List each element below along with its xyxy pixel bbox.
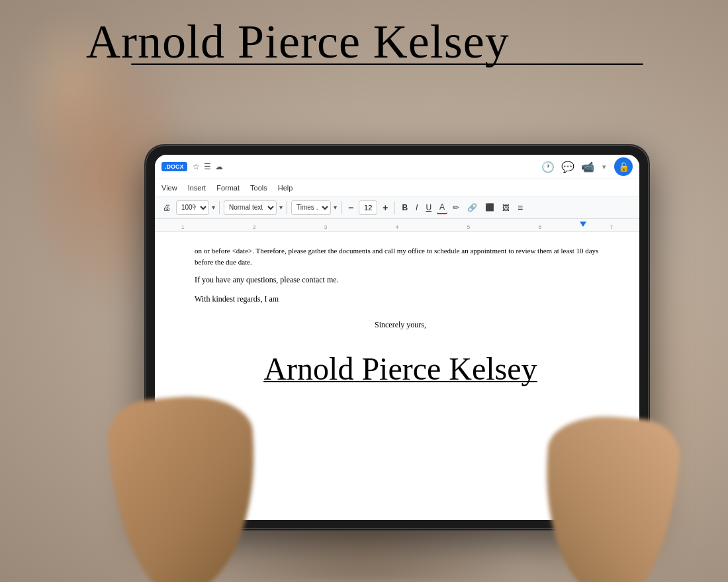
bold-button[interactable]: B	[399, 202, 410, 214]
print-icon[interactable]: 🖨	[160, 202, 173, 214]
comment-icon[interactable]: 💬	[561, 161, 574, 173]
font-color-button[interactable]: A	[437, 201, 447, 214]
top-signature-text: Arnold Pierce Kelsey	[86, 13, 688, 65]
ruler-mark-3: 3	[324, 224, 327, 230]
doc-salutation: Sincerely yours,	[195, 319, 606, 331]
tablet-wrapper: .DOCX ☆ ☰ ☁ 🕐 💬 📹 ▾ 🔒 View Insert	[106, 119, 688, 556]
star-icon[interactable]: ☆	[193, 162, 200, 172]
hand-left	[104, 391, 266, 582]
doc-signature-text: Arnold Pierce Kelsey	[263, 352, 537, 382]
menu-help[interactable]: Help	[278, 184, 293, 192]
style-dropdown[interactable]: ▾	[279, 204, 283, 211]
ruler-mark-2: 2	[253, 224, 255, 230]
menu-tools[interactable]: Tools	[250, 184, 267, 192]
video-icon[interactable]: 📹	[581, 161, 594, 173]
text-style-select[interactable]: Normal text	[224, 200, 277, 215]
font-size-display: 12	[359, 200, 377, 215]
doc-signature: Arnold Pierce Kelsey	[195, 352, 606, 384]
docs-menubar: View Insert Format Tools Help	[155, 179, 639, 196]
more-options-button[interactable]: ≡	[515, 201, 525, 214]
folder-icon[interactable]: ☰	[204, 162, 211, 172]
doc-paragraph-1: on or before <date>. Therefore, please g…	[195, 245, 606, 267]
toolbar-divider-3	[341, 201, 341, 214]
lock-button[interactable]: 🔒	[614, 157, 633, 176]
font-size-decrease[interactable]: −	[345, 201, 356, 214]
menu-view[interactable]: View	[161, 184, 177, 192]
ruler-mark-5: 5	[467, 224, 470, 230]
toolbar-divider-2	[287, 201, 287, 214]
highlight-button[interactable]: ✏	[450, 202, 462, 214]
ruler-mark-1: 1	[181, 224, 184, 230]
image-placeholder-button[interactable]: ⬛	[482, 202, 497, 213]
ruler-marks: 1 2 3 4 5 6 7	[181, 224, 613, 231]
doc-paragraph-2: If you have any questions, please contac…	[195, 274, 606, 286]
ruler-mark-7: 7	[610, 224, 613, 230]
doc-paragraph-3: With kindest regards, I am	[195, 293, 606, 306]
zoom-dropdown[interactable]: ▾	[212, 204, 215, 211]
docx-badge: .DOCX	[161, 162, 187, 171]
video-dropdown-arrow[interactable]: ▾	[602, 163, 606, 171]
font-size-increase[interactable]: +	[380, 201, 390, 214]
menu-format[interactable]: Format	[216, 184, 240, 192]
underline-button[interactable]: U	[423, 202, 434, 214]
titlebar-icons: ☆ ☰ ☁	[193, 162, 223, 172]
docs-toolbar: 🖨 100% ▾ Normal text ▾ Times ... ▾ − 12	[155, 196, 639, 219]
salutation-text: Sincerely yours,	[375, 320, 426, 329]
zoom-select[interactable]: 100%	[176, 200, 209, 215]
ruler-mark-6: 6	[539, 224, 541, 230]
history-icon[interactable]: 🕐	[541, 161, 555, 173]
font-dropdown[interactable]: ▾	[334, 204, 337, 211]
docs-ruler: 1 2 3 4 5 6 7	[155, 219, 639, 232]
cloud-icon[interactable]: ☁	[215, 162, 223, 172]
font-select[interactable]: Times ...	[291, 200, 331, 215]
link-button[interactable]: 🔗	[465, 202, 480, 214]
insert-image-button[interactable]: 🖼	[500, 202, 512, 213]
toolbar-divider-4	[394, 201, 395, 214]
ruler-marker	[580, 222, 586, 227]
toolbar-divider-1	[219, 201, 220, 214]
menu-insert[interactable]: Insert	[188, 184, 206, 192]
titlebar-right-icons: 🕐 💬 📹 ▾ 🔒	[541, 157, 633, 176]
ruler-mark-4: 4	[396, 224, 398, 230]
docs-titlebar: .DOCX ☆ ☰ ☁ 🕐 💬 📹 ▾ 🔒	[155, 155, 639, 179]
italic-button[interactable]: I	[413, 202, 420, 214]
